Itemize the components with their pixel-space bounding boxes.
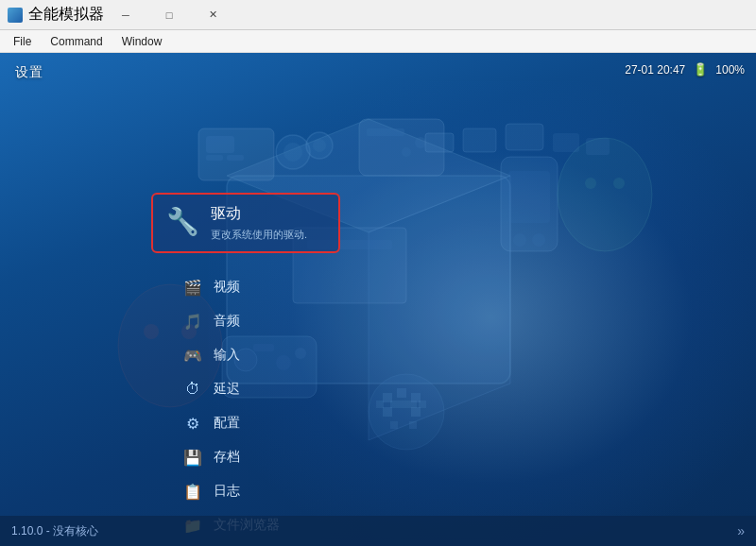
minimize-button[interactable]: ─ — [104, 0, 147, 30]
driver-icon: 🔧 — [166, 206, 199, 237]
svg-rect-39 — [425, 133, 454, 152]
audio-label: 音频 — [214, 313, 240, 330]
svg-point-10 — [402, 147, 411, 157]
svg-rect-4 — [206, 136, 234, 153]
battery-label: 100% — [715, 63, 745, 77]
driver-box[interactable]: 🔧 驱动 更改系统使用的驱动. — [151, 193, 340, 253]
svg-point-21 — [532, 233, 545, 247]
side-menu-item-audio[interactable]: 🎵音频 — [170, 304, 321, 338]
svg-rect-33 — [411, 407, 421, 417]
latency-label: 延迟 — [214, 381, 240, 398]
side-menu: 🎬视频🎵音频🎮输入⏱延迟⚙配置💾存档📋日志📁文件浏览器🖥限帽 — [170, 270, 321, 546]
maximize-button[interactable]: □ — [147, 0, 191, 30]
svg-rect-35 — [419, 401, 426, 408]
log-icon: 📋 — [181, 480, 204, 503]
side-menu-item-input[interactable]: 🎮输入 — [170, 338, 321, 372]
version-label: 1.10.0 - 没有核心 — [11, 523, 98, 539]
svg-point-45 — [284, 143, 302, 162]
settings-label: 设置 — [15, 64, 43, 81]
titlebar-title: 全能模拟器 — [28, 5, 104, 25]
main-area: 设置 27-01 20:47 🔋 100% 🔧 驱动 更改系统使用的驱动. 🎬视… — [0, 53, 756, 546]
save-icon: 💾 — [181, 446, 204, 469]
side-menu-item-video[interactable]: 🎬视频 — [170, 270, 321, 304]
driver-description: 更改系统使用的驱动. — [211, 228, 307, 242]
svg-rect-7 — [359, 119, 444, 176]
svg-rect-38 — [409, 421, 417, 429]
svg-rect-29 — [383, 393, 392, 402]
menu-command[interactable]: Command — [41, 31, 112, 52]
svg-point-22 — [558, 138, 652, 251]
battery-icon: 🔋 — [693, 62, 708, 77]
svg-rect-32 — [383, 407, 392, 417]
svg-rect-18 — [501, 157, 558, 251]
expand-arrow[interactable]: » — [737, 523, 745, 538]
menu-file[interactable]: File — [4, 31, 41, 52]
close-button[interactable]: ✕ — [191, 0, 234, 30]
titlebar: 全能模拟器 ─ □ ✕ — [0, 0, 756, 30]
svg-rect-30 — [397, 388, 406, 398]
svg-point-44 — [276, 135, 310, 169]
svg-rect-5 — [206, 155, 223, 161]
topright-info: 27-01 20:47 🔋 100% — [625, 62, 745, 77]
driver-title: 驱动 — [211, 204, 307, 224]
driver-box-text: 驱动 更改系统使用的驱动. — [211, 204, 307, 242]
input-icon: 🎮 — [181, 344, 204, 367]
svg-rect-37 — [390, 421, 398, 429]
svg-rect-42 — [553, 133, 579, 152]
svg-rect-6 — [227, 155, 244, 161]
bottombar: 1.10.0 - 没有核心 » — [0, 516, 756, 546]
svg-rect-36 — [390, 401, 417, 408]
log-label: 日志 — [214, 483, 240, 500]
app-icon — [8, 8, 23, 23]
svg-point-26 — [144, 324, 159, 339]
svg-rect-34 — [376, 401, 384, 408]
config-label: 配置 — [214, 415, 240, 432]
config-icon: ⚙ — [181, 412, 204, 435]
svg-point-46 — [306, 132, 333, 159]
menu-window[interactable]: Window — [112, 31, 172, 52]
svg-rect-40 — [463, 128, 496, 152]
svg-rect-8 — [367, 128, 404, 136]
svg-rect-31 — [411, 393, 421, 402]
video-label: 视频 — [214, 279, 240, 296]
video-icon: 🎬 — [181, 276, 204, 299]
audio-icon: 🎵 — [181, 310, 204, 333]
svg-point-24 — [613, 178, 625, 189]
titlebar-controls: ─ □ ✕ — [104, 0, 234, 30]
svg-point-47 — [313, 139, 326, 152]
svg-point-20 — [513, 233, 526, 247]
side-menu-item-latency[interactable]: ⏱延迟 — [170, 372, 321, 406]
svg-point-23 — [585, 178, 596, 189]
input-label: 输入 — [214, 347, 240, 364]
menubar: File Command Window — [0, 30, 756, 53]
side-menu-item-config[interactable]: ⚙配置 — [170, 406, 321, 440]
svg-rect-3 — [198, 128, 274, 180]
save-label: 存档 — [214, 449, 240, 466]
background-art — [0, 53, 756, 546]
svg-marker-2 — [369, 176, 510, 440]
svg-rect-43 — [586, 138, 610, 155]
side-menu-item-save[interactable]: 💾存档 — [170, 440, 321, 474]
side-menu-item-log[interactable]: 📋日志 — [170, 474, 321, 508]
svg-rect-41 — [506, 124, 543, 150]
svg-rect-19 — [508, 171, 550, 223]
svg-point-28 — [369, 374, 444, 450]
svg-point-9 — [415, 137, 426, 148]
latency-icon: ⏱ — [181, 378, 204, 401]
datetime-label: 27-01 20:47 — [625, 63, 685, 77]
